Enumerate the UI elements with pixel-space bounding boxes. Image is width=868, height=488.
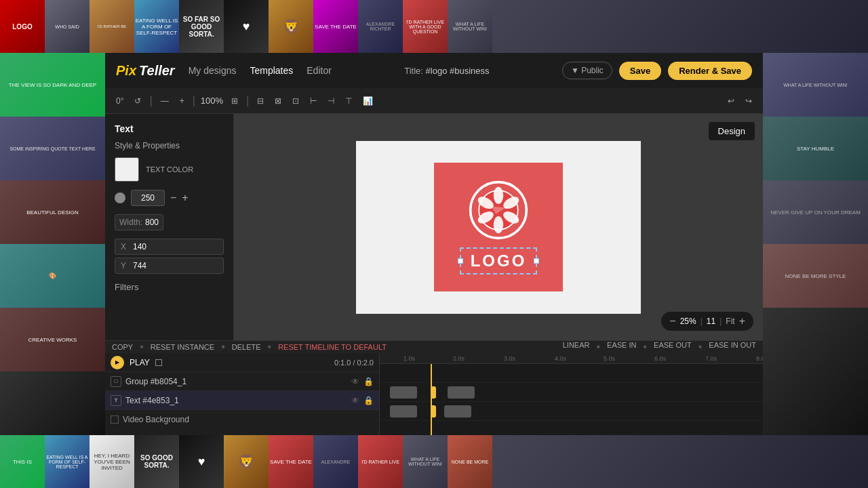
opacity-value[interactable]: 250: [131, 190, 165, 206]
zoom-percent: 25%: [680, 317, 696, 326]
timeline-toolbar: COPY • RESET INSTANCE • DELETE • RESET T…: [105, 340, 763, 353]
zoom-out-btn[interactable]: —: [158, 95, 172, 107]
ruler-mark-5: 6.0s: [654, 355, 666, 362]
align-6[interactable]: ⊤: [342, 95, 355, 107]
zoom-controls: − 25% | 11 | Fit +: [661, 312, 753, 331]
brand-logo: PixTeller: [116, 63, 175, 79]
text-track-icon: T: [111, 395, 121, 406]
canvas-area: LOGO Design − 25% | 11 | Fit +: [234, 114, 763, 340]
rotate-icon[interactable]: ↺: [132, 95, 144, 107]
timeline-main: ▶ PLAY 0:1.0 / 0:2.0 □ Group #b8054_1 👁 …: [105, 353, 763, 435]
toolbar-sep-2: |: [193, 95, 195, 107]
x-label: X: [121, 242, 130, 251]
timeline-playhead[interactable]: [431, 364, 432, 435]
header: PixTeller My designs Templates Editor Ti…: [105, 53, 763, 88]
text-bar-2[interactable]: [444, 405, 471, 418]
xy-row: X 140 Y 744: [115, 239, 224, 274]
ruler-mark-4: 5.0s: [604, 355, 615, 362]
play-stop-btn[interactable]: [155, 359, 162, 366]
tl-reset-instance-btn[interactable]: RESET INSTANCE: [151, 343, 214, 351]
timeline-text-track[interactable]: T Text #4e853_1 👁 🔒: [105, 391, 379, 410]
zoom-in-btn[interactable]: +: [177, 95, 187, 107]
timeline-group-track[interactable]: □ Group #b8054_1 👁 🔒: [105, 372, 379, 391]
nav-templates[interactable]: Templates: [250, 65, 293, 76]
dimensions-row: Width: 800: [115, 214, 224, 230]
tl-reset-timeline-btn[interactable]: RESET TIMELINE TO DEFAULT: [278, 343, 387, 351]
tl-ease-out-btn[interactable]: EASE OUT: [654, 341, 692, 353]
align-4[interactable]: ⊢: [307, 95, 319, 107]
y-field[interactable]: Y 744: [115, 258, 224, 274]
timeline-ruler: 1.0s 2.0s 3.0s 4.0s 5.0s 6.0s 7.0s 8.0s …: [380, 353, 763, 364]
play-label: PLAY: [130, 358, 150, 367]
x-field[interactable]: X 140: [115, 239, 224, 255]
design-button[interactable]: Design: [709, 122, 755, 140]
tl-delete-btn[interactable]: DELETE: [232, 343, 261, 351]
design-card: LOGO: [434, 163, 563, 291]
play-button[interactable]: ▶: [111, 356, 124, 369]
ruler-mark-7: 8.0s: [756, 355, 763, 362]
text-color-swatch[interactable]: [115, 157, 139, 182]
width-value: 800: [145, 218, 159, 227]
logo-text: LOGO: [471, 251, 527, 270]
undo-btn[interactable]: ↩: [725, 95, 737, 107]
opacity-minus-btn[interactable]: −: [170, 192, 176, 204]
svg-point-2: [494, 187, 503, 204]
y-value: 744: [133, 261, 146, 270]
toolbar: 0° ↺ | — + | 100% ⊞ | ⊟ ⊠ ⊡ ⊢ ⊣ ⊤ 📊 ↩ ↪: [105, 88, 763, 114]
redo-btn[interactable]: ↪: [743, 95, 755, 107]
tl-ease-in-btn[interactable]: EASE IN: [607, 341, 636, 353]
fit-button[interactable]: Fit: [726, 317, 734, 326]
group-track-actions: 👁 🔒: [351, 377, 374, 386]
align-2[interactable]: ⊠: [272, 95, 284, 107]
text-track-actions: 👁 🔒: [351, 396, 374, 405]
bg-strip-right: WHAT A LIFE WITHOUT WIN! STAY HUMBLE NEV…: [763, 53, 868, 435]
tl-ease-in-out-btn[interactable]: EASE IN OUT: [709, 341, 756, 353]
text-track-eye[interactable]: 👁: [351, 396, 359, 405]
video-track-checkbox[interactable]: [111, 415, 119, 424]
nav-my-designs[interactable]: My designs: [189, 65, 237, 76]
bg-strip-top: LOGO WHO SAID I'D RATHER BE EATING WELL …: [0, 0, 868, 53]
left-panel: Text Style & Properties TEXT COLOR 250 −…: [105, 114, 234, 340]
public-button[interactable]: ▼ Public: [562, 62, 612, 79]
opacity-row: 250 − +: [115, 190, 224, 206]
main-area: Text Style & Properties TEXT COLOR 250 −…: [105, 114, 763, 340]
ruler-mark-3: 4.0s: [555, 355, 566, 362]
zoom-minus-btn[interactable]: −: [669, 315, 675, 327]
opacity-slider[interactable]: [115, 192, 125, 203]
group-bar-2[interactable]: [448, 386, 475, 399]
align-5[interactable]: ⊣: [325, 95, 337, 107]
ruler-mark-0: 1.0s: [403, 355, 415, 362]
opacity-plus-btn[interactable]: +: [182, 192, 188, 204]
timeline-video-track-line: [380, 421, 763, 435]
play-time: 0:1.0 / 0:2.0: [334, 359, 374, 367]
bar-chart-icon[interactable]: 📊: [360, 95, 376, 107]
timeline-play-row: ▶ PLAY 0:1.0 / 0:2.0: [105, 353, 379, 372]
timeline-group-track-line: [380, 383, 763, 402]
timeline-video-track[interactable]: Video Background: [105, 410, 379, 429]
logo-teller: Teller: [139, 63, 175, 79]
ruler-mark-6: 7.0s: [705, 355, 717, 362]
zoom-level: 100%: [201, 96, 223, 106]
header-title: Title: #logo #business: [345, 66, 549, 76]
group-track-eye[interactable]: 👁: [351, 377, 359, 386]
align-1[interactable]: ⊟: [254, 95, 267, 107]
zoom-grid-icon[interactable]: ⊞: [229, 95, 241, 107]
width-field[interactable]: Width: 800: [115, 214, 163, 230]
save-button[interactable]: Save: [619, 62, 661, 80]
render-save-button[interactable]: Render & Save: [668, 62, 752, 80]
text-track-lock[interactable]: 🔒: [363, 396, 374, 405]
group-bar-1[interactable]: [390, 386, 417, 399]
tl-linear-btn[interactable]: LINEAR: [563, 341, 590, 353]
tl-copy-btn[interactable]: COPY: [112, 343, 133, 351]
timeline-tracks-list: ▶ PLAY 0:1.0 / 0:2.0 □ Group #b8054_1 👁 …: [105, 353, 380, 435]
timeline: COPY • RESET INSTANCE • DELETE • RESET T…: [105, 340, 763, 435]
nav-editor[interactable]: Editor: [307, 65, 332, 76]
zoom-plus-btn[interactable]: +: [739, 315, 745, 327]
svg-point-5: [494, 216, 503, 233]
group-track-lock[interactable]: 🔒: [363, 377, 374, 386]
title-value: #logo #business: [426, 66, 490, 76]
align-3[interactable]: ⊡: [290, 95, 302, 107]
timeline-tracks-content: [380, 364, 763, 435]
title-label: Title:: [404, 66, 423, 76]
text-bar-1[interactable]: [390, 405, 417, 418]
